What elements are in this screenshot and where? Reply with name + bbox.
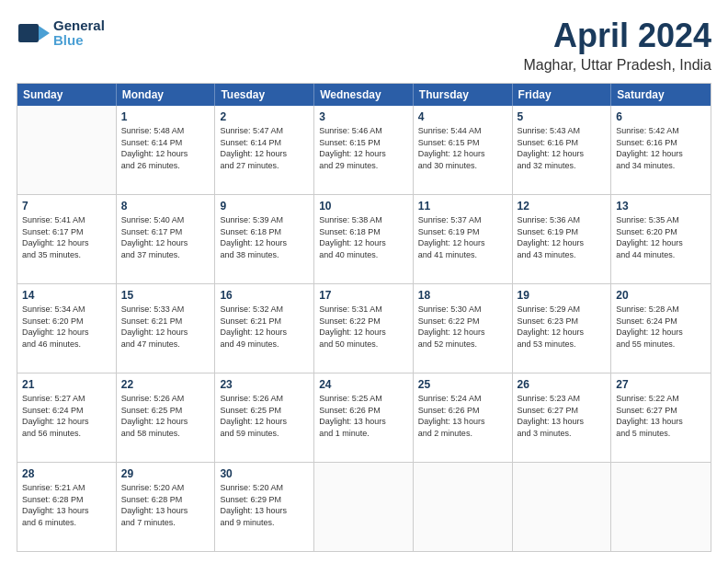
day-number: 16 bbox=[220, 288, 309, 303]
day-cell-30: 30Sunrise: 5:20 AM Sunset: 6:29 PM Dayli… bbox=[215, 463, 314, 551]
day-number: 6 bbox=[616, 109, 706, 124]
day-cell-12: 12Sunrise: 5:36 AM Sunset: 6:19 PM Dayli… bbox=[513, 195, 612, 283]
day-number: 19 bbox=[518, 288, 607, 303]
day-header-thursday: Thursday bbox=[414, 84, 513, 106]
day-header-tuesday: Tuesday bbox=[215, 84, 314, 106]
day-header-sunday: Sunday bbox=[17, 84, 117, 106]
day-cell-19: 19Sunrise: 5:29 AM Sunset: 6:23 PM Dayli… bbox=[513, 284, 612, 373]
day-number: 11 bbox=[418, 199, 507, 213]
day-cell-23: 23Sunrise: 5:26 AM Sunset: 6:25 PM Dayli… bbox=[215, 373, 314, 462]
page: General Blue April 2024 Maghar, Uttar Pr… bbox=[0, 0, 728, 563]
day-number: 12 bbox=[518, 199, 607, 213]
day-cell-5: 5Sunrise: 5:43 AM Sunset: 6:16 PM Daylig… bbox=[513, 106, 612, 194]
day-info: Sunrise: 5:27 AM Sunset: 6:24 PM Dayligh… bbox=[22, 393, 111, 439]
day-number: 17 bbox=[319, 288, 408, 303]
day-cell-2: 2Sunrise: 5:47 AM Sunset: 6:14 PM Daylig… bbox=[215, 106, 314, 194]
day-number: 5 bbox=[518, 109, 607, 124]
calendar-week-5: 28Sunrise: 5:21 AM Sunset: 6:28 PM Dayli… bbox=[17, 463, 711, 551]
day-info: Sunrise: 5:20 AM Sunset: 6:29 PM Dayligh… bbox=[220, 482, 309, 528]
day-cell-18: 18Sunrise: 5:30 AM Sunset: 6:22 PM Dayli… bbox=[414, 284, 513, 373]
day-cell-7: 7Sunrise: 5:41 AM Sunset: 6:17 PM Daylig… bbox=[17, 195, 117, 283]
day-number: 29 bbox=[121, 466, 210, 481]
day-number: 28 bbox=[22, 466, 111, 481]
day-info: Sunrise: 5:29 AM Sunset: 6:23 PM Dayligh… bbox=[518, 304, 607, 350]
day-number: 14 bbox=[22, 288, 111, 303]
day-cell-6: 6Sunrise: 5:42 AM Sunset: 6:16 PM Daylig… bbox=[611, 106, 711, 194]
empty-cell bbox=[414, 463, 513, 551]
day-info: Sunrise: 5:26 AM Sunset: 6:25 PM Dayligh… bbox=[121, 393, 210, 439]
day-info: Sunrise: 5:36 AM Sunset: 6:19 PM Dayligh… bbox=[518, 214, 607, 260]
day-number: 2 bbox=[220, 109, 309, 124]
day-cell-1: 1Sunrise: 5:48 AM Sunset: 6:14 PM Daylig… bbox=[117, 106, 216, 194]
day-info: Sunrise: 5:38 AM Sunset: 6:18 PM Dayligh… bbox=[319, 214, 408, 260]
day-info: Sunrise: 5:26 AM Sunset: 6:25 PM Dayligh… bbox=[220, 393, 309, 439]
day-info: Sunrise: 5:33 AM Sunset: 6:21 PM Dayligh… bbox=[121, 304, 210, 350]
day-number: 24 bbox=[319, 377, 408, 392]
title-block: April 2024 Maghar, Uttar Pradesh, India bbox=[523, 17, 711, 74]
day-number: 30 bbox=[220, 466, 309, 481]
day-cell-29: 29Sunrise: 5:20 AM Sunset: 6:28 PM Dayli… bbox=[117, 463, 216, 551]
day-header-saturday: Saturday bbox=[611, 84, 711, 106]
day-cell-16: 16Sunrise: 5:32 AM Sunset: 6:21 PM Dayli… bbox=[215, 284, 314, 373]
day-number: 3 bbox=[319, 109, 408, 124]
empty-cell bbox=[314, 463, 414, 551]
day-cell-9: 9Sunrise: 5:39 AM Sunset: 6:18 PM Daylig… bbox=[215, 195, 314, 283]
calendar-week-3: 14Sunrise: 5:34 AM Sunset: 6:20 PM Dayli… bbox=[17, 284, 711, 373]
day-info: Sunrise: 5:30 AM Sunset: 6:22 PM Dayligh… bbox=[418, 304, 507, 350]
day-number: 15 bbox=[121, 288, 210, 303]
day-cell-10: 10Sunrise: 5:38 AM Sunset: 6:18 PM Dayli… bbox=[314, 195, 414, 283]
day-cell-17: 17Sunrise: 5:31 AM Sunset: 6:22 PM Dayli… bbox=[314, 284, 414, 373]
day-header-monday: Monday bbox=[117, 84, 216, 106]
day-cell-25: 25Sunrise: 5:24 AM Sunset: 6:26 PM Dayli… bbox=[414, 373, 513, 462]
day-info: Sunrise: 5:39 AM Sunset: 6:18 PM Dayligh… bbox=[220, 214, 309, 260]
day-info: Sunrise: 5:24 AM Sunset: 6:26 PM Dayligh… bbox=[418, 393, 507, 439]
day-number: 22 bbox=[121, 377, 210, 392]
svg-rect-0 bbox=[18, 24, 39, 42]
day-number: 18 bbox=[418, 288, 507, 303]
day-info: Sunrise: 5:20 AM Sunset: 6:28 PM Dayligh… bbox=[121, 482, 210, 528]
logo-general: General bbox=[53, 18, 105, 34]
day-info: Sunrise: 5:21 AM Sunset: 6:28 PM Dayligh… bbox=[22, 482, 111, 528]
day-info: Sunrise: 5:25 AM Sunset: 6:26 PM Dayligh… bbox=[319, 393, 408, 439]
header: General Blue April 2024 Maghar, Uttar Pr… bbox=[17, 17, 711, 74]
day-cell-21: 21Sunrise: 5:27 AM Sunset: 6:24 PM Dayli… bbox=[17, 373, 117, 462]
calendar-body: 1Sunrise: 5:48 AM Sunset: 6:14 PM Daylig… bbox=[17, 106, 711, 551]
main-title: April 2024 bbox=[523, 17, 711, 55]
empty-cell bbox=[17, 106, 117, 194]
day-cell-3: 3Sunrise: 5:46 AM Sunset: 6:15 PM Daylig… bbox=[314, 106, 414, 194]
day-number: 8 bbox=[121, 199, 210, 213]
empty-cell bbox=[513, 463, 612, 551]
day-number: 7 bbox=[22, 199, 111, 213]
day-info: Sunrise: 5:34 AM Sunset: 6:20 PM Dayligh… bbox=[22, 304, 111, 350]
calendar-header: SundayMondayTuesdayWednesdayThursdayFrid… bbox=[17, 84, 711, 106]
day-cell-15: 15Sunrise: 5:33 AM Sunset: 6:21 PM Dayli… bbox=[117, 284, 216, 373]
day-info: Sunrise: 5:31 AM Sunset: 6:22 PM Dayligh… bbox=[319, 304, 408, 350]
day-header-wednesday: Wednesday bbox=[314, 84, 414, 106]
calendar-week-2: 7Sunrise: 5:41 AM Sunset: 6:17 PM Daylig… bbox=[17, 195, 711, 284]
day-cell-27: 27Sunrise: 5:22 AM Sunset: 6:27 PM Dayli… bbox=[611, 373, 711, 462]
day-info: Sunrise: 5:37 AM Sunset: 6:19 PM Dayligh… bbox=[418, 214, 507, 260]
day-number: 25 bbox=[418, 377, 507, 392]
day-info: Sunrise: 5:48 AM Sunset: 6:14 PM Dayligh… bbox=[121, 125, 210, 171]
day-info: Sunrise: 5:28 AM Sunset: 6:24 PM Dayligh… bbox=[616, 304, 706, 350]
day-header-friday: Friday bbox=[513, 84, 612, 106]
logo: General Blue bbox=[17, 17, 105, 50]
day-info: Sunrise: 5:35 AM Sunset: 6:20 PM Dayligh… bbox=[616, 214, 706, 260]
day-info: Sunrise: 5:22 AM Sunset: 6:27 PM Dayligh… bbox=[616, 393, 706, 439]
day-info: Sunrise: 5:43 AM Sunset: 6:16 PM Dayligh… bbox=[518, 125, 607, 171]
day-info: Sunrise: 5:46 AM Sunset: 6:15 PM Dayligh… bbox=[319, 125, 408, 171]
day-info: Sunrise: 5:32 AM Sunset: 6:21 PM Dayligh… bbox=[220, 304, 309, 350]
day-number: 1 bbox=[121, 109, 210, 124]
day-cell-14: 14Sunrise: 5:34 AM Sunset: 6:20 PM Dayli… bbox=[17, 284, 117, 373]
subtitle: Maghar, Uttar Pradesh, India bbox=[523, 57, 711, 74]
day-cell-4: 4Sunrise: 5:44 AM Sunset: 6:15 PM Daylig… bbox=[414, 106, 513, 194]
day-cell-20: 20Sunrise: 5:28 AM Sunset: 6:24 PM Dayli… bbox=[611, 284, 711, 373]
day-info: Sunrise: 5:23 AM Sunset: 6:27 PM Dayligh… bbox=[518, 393, 607, 439]
day-info: Sunrise: 5:44 AM Sunset: 6:15 PM Dayligh… bbox=[418, 125, 507, 171]
day-number: 4 bbox=[418, 109, 507, 124]
day-number: 27 bbox=[616, 377, 706, 392]
day-cell-13: 13Sunrise: 5:35 AM Sunset: 6:20 PM Dayli… bbox=[611, 195, 711, 283]
day-number: 10 bbox=[319, 199, 408, 213]
day-info: Sunrise: 5:40 AM Sunset: 6:17 PM Dayligh… bbox=[121, 214, 210, 260]
day-number: 26 bbox=[518, 377, 607, 392]
